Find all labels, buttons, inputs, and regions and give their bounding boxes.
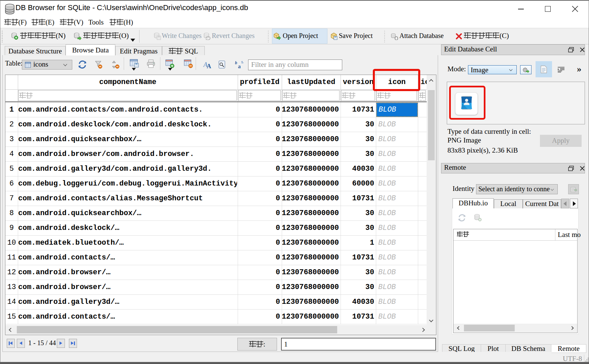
svg-text:A: A bbox=[207, 63, 211, 69]
svg-text:a: a bbox=[238, 64, 241, 69]
svg-text:b: b bbox=[235, 60, 237, 65]
